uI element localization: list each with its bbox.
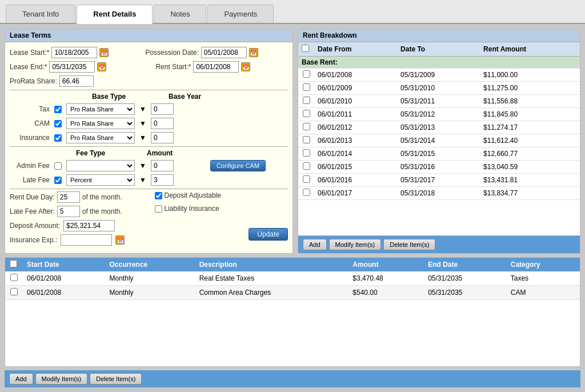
possession-date-calendar-icon[interactable]: 📅 [249,48,258,57]
rb-row-checkbox[interactable] [303,149,310,157]
lease-start-input[interactable] [51,47,97,58]
insurance-checkbox[interactable] [54,134,62,142]
bottom-form-area: Rent Due Day: of the month. Late Fee Aft… [10,191,288,249]
tax-year-input[interactable] [151,103,174,115]
rb-row-checkbox[interactable] [303,97,310,104]
right-bottom-area: Deposit Adjustable Liability Insurance U… [155,191,289,241]
add-charge-button[interactable]: Add [9,373,33,385]
admin-fee-type-select[interactable]: Flat Fee Percent [66,160,135,171]
add-select-all-checkbox[interactable] [10,260,17,267]
lease-start-calendar-icon[interactable]: 📅 [99,48,109,57]
insurance-type-select[interactable]: Pro Rata Share Fixed Amount Per Square F… [66,132,135,143]
rb-date-from: 06/01/2014 [314,147,397,161]
liability-insurance-checkbox[interactable] [155,205,162,213]
rb-date-from: 06/01/2015 [314,161,397,174]
rb-row-checkbox[interactable] [303,110,310,117]
admin-fee-checkbox[interactable] [54,162,62,170]
rb-date-from: 06/01/2013 [314,134,397,147]
add-row-checkbox[interactable] [10,288,18,295]
insurance-label: Insurance [10,134,50,142]
tax-type-select[interactable]: Pro Rata Share Fixed Amount Per Square F… [66,103,135,115]
tab-notes[interactable]: Notes [154,5,206,23]
bottom-actions: Add Modify Item(s) Delete Item(s) [5,370,580,387]
prorata-input[interactable] [59,75,94,87]
deposit-adjustable-row: Deposit Adjustable [155,191,289,199]
rent-due-day-input[interactable] [57,191,80,203]
add-description: Common Area Charges [195,286,348,300]
rb-amount: $11,274.17 [480,121,580,134]
deposit-adjustable-checkbox[interactable] [155,192,162,199]
rb-date-from: 06/01/2010 [314,95,397,108]
top-row: Lease Terms Lease Start:* 📅 Possession D… [5,29,580,254]
base-type-col-header: Base Type [92,93,166,101]
rent-start-calendar-icon[interactable]: 📅 [241,62,250,71]
late-fee-after-row: Late Fee After: of the month. [10,206,143,217]
insurance-year-input[interactable] [151,132,174,143]
rb-modify-button[interactable]: Modify Item(s) [329,239,382,250]
configure-cam-button[interactable]: Configure CAM [210,160,266,171]
rb-row-checkbox[interactable] [303,162,310,170]
base-year-col-header: Base Year [169,93,201,101]
insurance-row: Insurance Pro Rata Share Fixed Amount Pe… [10,132,288,143]
rb-date-to: 05/31/2011 [397,95,480,108]
rb-amount: $13,834.77 [480,187,580,200]
modify-charge-button[interactable]: Modify Item(s) [35,373,88,385]
rent-due-day-label: Rent Due Day: [10,193,55,201]
rent-breakdown-actions: Add Modify Item(s) Delete Item(s) [298,235,580,253]
tab-tenant-info[interactable]: Tenant Info [6,5,75,23]
rb-amount: $11,275.00 [480,82,580,95]
rb-date-from: 06/01/2017 [314,187,397,200]
rb-row-checkbox[interactable] [303,70,310,78]
additional-charges-panel: Start Date Occurrence Description Amount… [5,257,580,367]
rb-add-button[interactable]: Add [303,239,327,250]
late-fee-amount-input[interactable] [151,174,174,186]
insurance-exp-calendar-icon[interactable]: 📅 [115,235,125,245]
rb-row-checkbox[interactable] [303,136,310,143]
rb-row-checkbox[interactable] [303,83,310,91]
tab-payments[interactable]: Payments [207,5,274,23]
rb-select-all-checkbox[interactable] [302,45,309,52]
add-amount: $3,470.48 [348,271,423,286]
cam-type-select[interactable]: Pro Rata Share Fixed Amount Per Square F… [66,118,135,129]
lease-end-calendar-icon[interactable]: 📅 [97,62,106,71]
tab-rent-details[interactable]: Rent Details [77,5,153,24]
lease-start-row: Lease Start:* 📅 Possession Date: 📅 [10,47,288,58]
late-fee-checkbox[interactable] [54,177,62,184]
cam-year-input[interactable] [151,118,174,129]
insurance-exp-input[interactable] [61,234,112,246]
late-fee-after-label: Late Fee After: [10,207,55,215]
rb-amount: $11,612.40 [480,134,580,147]
lease-end-input[interactable] [49,61,95,73]
update-button[interactable]: Update [249,228,288,241]
late-fee-after-input[interactable] [57,206,80,217]
deposit-amount-input[interactable] [63,220,115,231]
tax-checkbox[interactable] [54,106,62,113]
add-col-amount: Amount [348,258,423,271]
lease-end-label: Lease End:* [10,63,47,71]
possession-date-label: Possession Date: [145,49,198,57]
admin-fee-amount-input[interactable] [151,160,174,171]
lease-terms-panel: Lease Terms Lease Start:* 📅 Possession D… [5,29,293,254]
add-row-checkbox[interactable] [10,274,18,281]
rent-start-input[interactable] [193,61,239,73]
tabs-bar: Tenant Info Rent Details Notes Payments [0,0,585,24]
rb-row-checkbox[interactable] [303,189,310,196]
possession-date-input[interactable] [201,47,247,58]
late-fee-type-select[interactable]: Flat Fee Percent [66,174,135,186]
rb-col-date-to: Date To [397,42,480,57]
add-end-date: 05/31/2035 [423,286,506,300]
add-col-description: Description [195,258,348,271]
rb-date-from: 06/01/2011 [314,108,397,121]
add-charge-row: 06/01/2008 Monthly Common Area Charges $… [5,286,580,300]
late-fee-label: Late Fee [10,176,50,184]
rb-delete-button[interactable]: Delete Item(s) [383,239,435,250]
delete-charge-button[interactable]: Delete Item(s) [90,373,142,385]
fee-type-col-header: Fee Type [76,149,145,157]
rb-amount: $13,040.59 [480,161,580,174]
rb-row-checkbox[interactable] [303,175,310,183]
deposit-amount-row: Deposit Amount: [10,220,143,231]
rent-breakdown-panel: Rent Breakdown Date From Date To Rent Am… [298,29,580,254]
cam-checkbox[interactable] [54,120,62,127]
rb-row: 06/01/2012 05/31/2013 $11,274.17 [298,121,580,134]
rb-row-checkbox[interactable] [303,123,310,130]
